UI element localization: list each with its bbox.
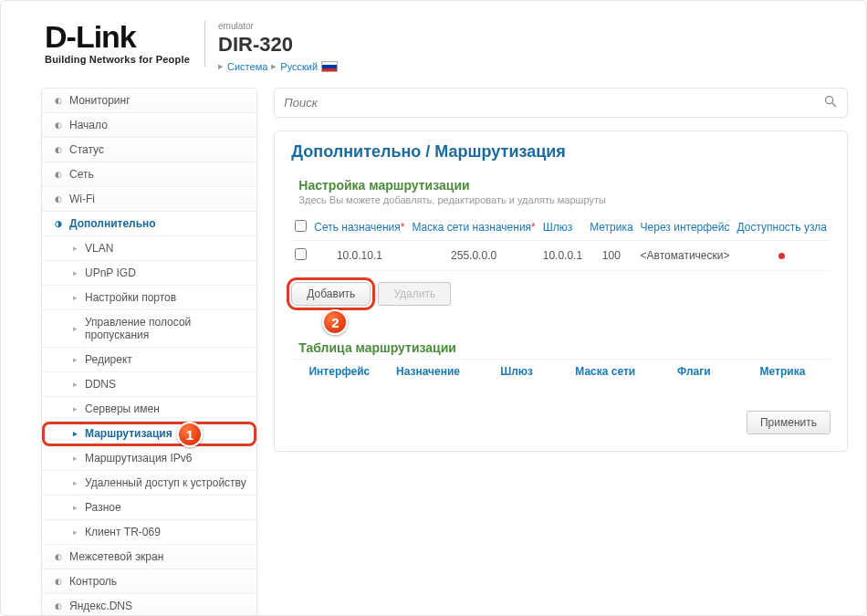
rt-col-metric: Метрика — [738, 365, 827, 378]
chevron-right-icon: ▸ — [73, 244, 78, 253]
sidebar-item-control[interactable]: ◐Контроль — [42, 569, 256, 594]
chevron-right-icon: ▸ — [271, 60, 277, 72]
cell-gateway: 10.0.0.1 — [539, 241, 586, 271]
sidebar-item-network[interactable]: ◐Сеть — [42, 162, 256, 187]
col-mask[interactable]: Маска сети назначения* — [408, 214, 538, 241]
sidebar-item-wifi[interactable]: ◐Wi-Fi — [42, 187, 256, 212]
page-title: Дополнительно / Маршрутизация — [291, 142, 830, 162]
sidebar-item-yandexdns[interactable]: ◐Яндекс.DNS — [42, 594, 256, 616]
cell-mask: 255.0.0.0 — [408, 241, 538, 271]
model-name: DIR-320 — [218, 33, 338, 57]
delete-button: Удалить — [378, 282, 451, 306]
sidebar-sub-bandwidth[interactable]: ▸Управление полосой пропускания — [42, 310, 256, 348]
main-content: Дополнительно / Маршрутизация Настройка … — [274, 88, 848, 616]
chevron-right-icon: ▸ — [218, 60, 224, 72]
system-link[interactable]: Система — [227, 61, 267, 72]
search-icon — [823, 94, 838, 111]
chevron-right-icon: ▸ — [73, 324, 78, 333]
sidebar-sub-misc[interactable]: ▸Разное — [42, 496, 256, 520]
annotation-badge-1: 1 — [177, 422, 203, 447]
col-avail[interactable]: Доступность узла — [734, 214, 831, 241]
chevron-right-icon: ◐ — [55, 601, 62, 611]
sidebar-sub-tr069[interactable]: ▸Клиент TR-069 — [42, 520, 256, 545]
chevron-right-icon: ▸ — [73, 404, 78, 413]
select-all-checkbox[interactable] — [295, 220, 307, 232]
col-dest[interactable]: Сеть назначения* — [310, 214, 408, 241]
apply-button[interactable]: Применить — [747, 411, 830, 434]
table-header-row: Сеть назначения* Маска сети назначения* … — [291, 214, 830, 241]
col-gateway[interactable]: Шлюз — [539, 214, 586, 241]
sidebar-item-monitoring[interactable]: ◐Мониторинг — [42, 89, 256, 113]
app-header: D-Link Building Networks for People emul… — [1, 1, 866, 88]
sidebar-item-firewall[interactable]: ◐Межсетевой экран — [42, 545, 256, 569]
sidebar-sub-ports[interactable]: ▸Настройки портов — [42, 286, 256, 310]
language-link[interactable]: Русский — [280, 61, 318, 72]
sidebar-item-start[interactable]: ◐Начало — [42, 113, 256, 138]
table-row[interactable]: 10.0.10.1 255.0.0.0 10.0.0.1 100 <Автома… — [291, 241, 830, 271]
sidebar-sub-ddns[interactable]: ▸DDNS — [42, 372, 256, 397]
rt-col-dest: Назначение — [383, 365, 472, 378]
status-dot-icon — [778, 253, 785, 259]
sidebar-sub-routing-ipv6[interactable]: ▸Маршрутизация IPv6 — [42, 446, 256, 471]
emulator-label: emulator — [218, 21, 338, 31]
section-title-rt: Таблица маршрутизации — [298, 340, 830, 355]
chevron-right-icon: ◐ — [55, 170, 62, 179]
chevron-right-icon: ◐ — [55, 552, 62, 561]
chevron-right-icon: ◐ — [55, 577, 62, 586]
model-block: emulator DIR-320 ▸ Система ▸ Русский — [218, 21, 338, 72]
sidebar-item-advanced[interactable]: ◑Дополнительно — [42, 212, 256, 236]
sidebar-sub-remote[interactable]: ▸Удаленный доступ к устройству — [42, 471, 256, 496]
brand-name: D-Link — [45, 21, 190, 52]
content-panel: Дополнительно / Маршрутизация Настройка … — [274, 131, 848, 452]
brand-tagline: Building Networks for People — [45, 54, 190, 65]
add-button[interactable]: Добавить — [291, 282, 371, 306]
sidebar-item-status[interactable]: ◐Статус — [42, 138, 256, 162]
sidebar-sub-upnp[interactable]: ▸UPnP IGD — [42, 261, 256, 286]
col-iface[interactable]: Через интерфейс — [637, 214, 734, 241]
svg-point-0 — [826, 97, 833, 104]
cell-iface: <Автоматически> — [637, 241, 734, 271]
chevron-down-icon: ◑ — [55, 219, 62, 228]
rt-col-flags: Флаги — [650, 365, 738, 378]
chevron-right-icon: ▸ — [73, 380, 78, 389]
rt-col-mask: Маска сети — [561, 365, 650, 378]
search-input[interactable] — [284, 96, 823, 110]
chevron-right-icon: ▸ — [73, 527, 78, 537]
chevron-right-icon: ▸ — [73, 454, 78, 463]
cell-avail — [734, 241, 831, 271]
routes-table: Сеть назначения* Маска сети назначения* … — [291, 214, 830, 271]
cell-metric: 100 — [586, 241, 636, 271]
chevron-right-icon: ▸ — [73, 355, 78, 364]
chevron-right-icon: ▸ — [73, 503, 78, 512]
search-bar[interactable] — [274, 88, 848, 118]
chevron-right-icon: ◐ — [55, 120, 62, 130]
svg-line-1 — [832, 103, 836, 107]
sidebar: ◐Мониторинг ◐Начало ◐Статус ◐Сеть ◐Wi-Fi… — [41, 88, 257, 616]
chevron-right-icon: ▸ — [73, 293, 78, 302]
col-metric[interactable]: Метрика — [586, 214, 636, 241]
sidebar-sub-redirect[interactable]: ▸Редирект — [42, 348, 256, 372]
section-title-routing: Настройка маршрутизации — [298, 178, 830, 193]
row-checkbox[interactable] — [295, 248, 307, 260]
chevron-right-icon: ◐ — [55, 96, 62, 105]
brand-logo: D-Link Building Networks for People — [45, 21, 190, 65]
chevron-right-icon: ▸ — [73, 429, 78, 438]
cell-dest: 10.0.10.1 — [310, 241, 408, 271]
chevron-right-icon: ▸ — [73, 268, 78, 277]
sidebar-sub-dns[interactable]: ▸Серверы имен — [42, 397, 256, 422]
chevron-right-icon: ◐ — [55, 145, 62, 154]
sidebar-sub-vlan[interactable]: ▸VLAN — [42, 236, 256, 261]
routing-table-header: Интерфейс Назначение Шлюз Маска сети Фла… — [291, 359, 830, 383]
divider — [204, 21, 205, 67]
rt-col-gateway: Шлюз — [473, 365, 561, 378]
section-desc-routing: Здесь Вы можете добавлять, редактировать… — [298, 194, 830, 205]
chevron-right-icon: ▸ — [73, 478, 78, 487]
chevron-right-icon: ◐ — [55, 194, 62, 204]
rt-col-iface: Интерфейс — [295, 365, 383, 378]
flag-ru-icon — [321, 61, 338, 72]
sidebar-sub-routing[interactable]: ▸Маршрутизация 1 — [42, 422, 256, 446]
